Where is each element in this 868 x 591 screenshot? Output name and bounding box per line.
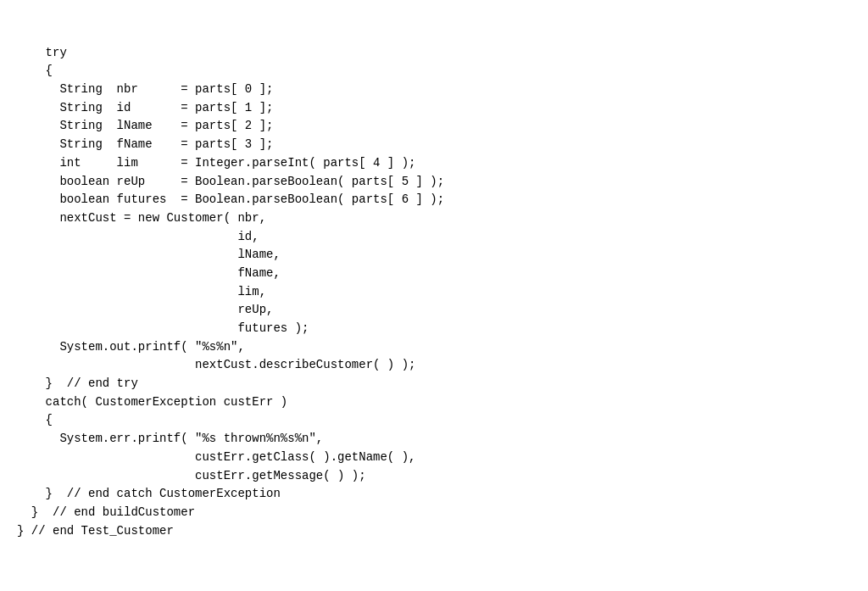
code-line: String lName = parts[ 2 ]; [17,117,851,136]
code-line: nextCust = new Customer( nbr, [17,209,851,228]
code-line: } // end catch CustomerException [17,485,851,504]
code-line: boolean futures = Boolean.parseBoolean( … [17,191,851,209]
code-line: futures ); [17,320,851,338]
code-line: fName, [17,265,851,283]
code-line: } // end Test_Customer [17,522,851,541]
code-line: String id = parts[ 1 ]; [17,99,851,118]
code-line: lName, [17,246,851,265]
code-line: catch( CustomerException custErr ) [17,393,851,412]
code-line: id, [17,228,851,247]
code-line: { [17,411,851,430]
code-line: custErr.getClass( ).getName( ), [17,449,851,467]
code-line: int lim = Integer.parseInt( parts[ 4 ] )… [17,154,851,173]
code-line: try [17,44,851,63]
code-line: } // end try [17,375,851,393]
code-line: nextCust.describeCustomer( ) ); [17,356,851,375]
code-line: { [17,62,851,81]
code-line: System.out.printf( "%s%n", [17,338,851,357]
code-block: try { String nbr = parts[ 0 ]; String id… [0,17,868,549]
code-line: String nbr = parts[ 0 ]; [17,81,851,99]
code-line: custErr.getMessage( ) ); [17,467,851,486]
code-line: String fName = parts[ 3 ]; [17,136,851,154]
code-line: System.err.printf( "%s thrown%n%s%n", [17,430,851,449]
code-line: boolean reUp = Boolean.parseBoolean( par… [17,173,851,192]
code-line: } // end buildCustomer [17,504,851,522]
code-line: lim, [17,283,851,302]
code-line: reUp, [17,301,851,320]
